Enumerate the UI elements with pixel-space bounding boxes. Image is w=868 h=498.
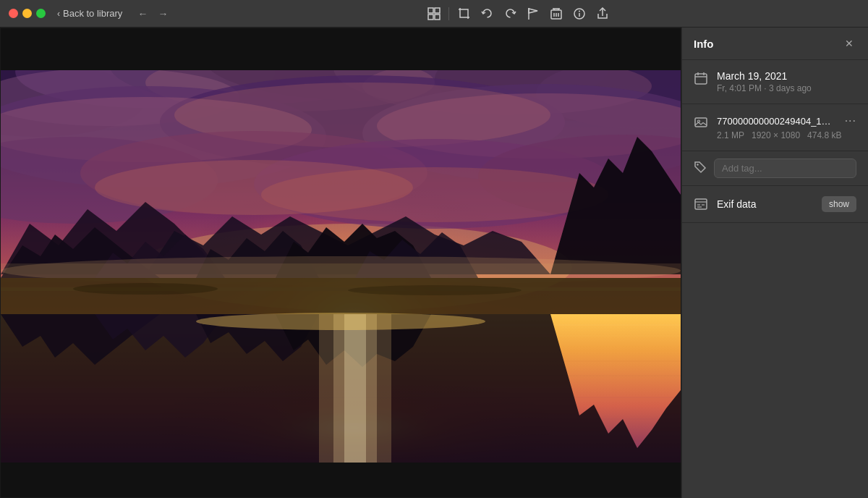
nav-forward-button[interactable]: → [154, 7, 171, 21]
back-to-library-button[interactable]: ‹ Back to library [57, 8, 122, 19]
filename-row: 770000000000249404_1… ··· [717, 114, 856, 127]
svg-rect-79 [695, 74, 707, 84]
tag-icon [694, 161, 707, 177]
svg-rect-77 [1, 28, 681, 70]
svg-point-84 [698, 120, 700, 122]
calendar-icon [694, 72, 708, 85]
photo-icon [694, 116, 708, 129]
photo-meta: 2.1 MP 1920 × 1080 474.8 kB [717, 130, 856, 140]
info-header: Info ✕ [682, 28, 868, 60]
svg-point-14 [579, 10, 580, 12]
share-button[interactable] [592, 4, 613, 24]
titlebar: ‹ Back to library ← → [0, 0, 868, 28]
back-label: Back to library [63, 8, 122, 19]
more-options-button[interactable]: ··· [845, 114, 856, 127]
svg-rect-2 [428, 14, 433, 20]
filename-content: 770000000000249404_1… ··· 2.1 MP 1920 × … [717, 114, 856, 140]
zoom-button[interactable] [424, 4, 444, 24]
date-content: March 19, 2021 Fr, 4:01 PM · 3 days ago [717, 70, 856, 93]
exif-section: Exif data show [682, 186, 868, 223]
exif-label: Exif data [717, 198, 813, 210]
svg-rect-78 [1, 463, 681, 497]
svg-point-76 [196, 313, 485, 330]
date-sub: Fr, 4:01 PM · 3 days ago [717, 83, 856, 93]
svg-rect-0 [428, 8, 433, 13]
info-button[interactable] [569, 4, 590, 24]
toolbar [177, 4, 859, 24]
svg-point-54 [73, 283, 218, 295]
svg-rect-52 [1, 278, 681, 314]
info-date-section: March 19, 2021 Fr, 4:01 PM · 3 days ago [682, 60, 868, 104]
svg-rect-1 [435, 8, 440, 13]
filename-text: 770000000000249404_1… [717, 116, 831, 127]
info-filename-section: 770000000000249404_1… ··· 2.1 MP 1920 × … [682, 104, 868, 151]
traffic-lights [9, 9, 46, 18]
exif-show-button[interactable]: show [822, 196, 856, 212]
nav-arrows: ← → [134, 7, 171, 21]
svg-point-85 [697, 164, 698, 165]
delete-button[interactable] [546, 4, 566, 24]
resolution: 1920 × 1080 [752, 130, 800, 140]
rotate-ccw-button[interactable] [477, 4, 497, 24]
info-close-button[interactable]: ✕ [842, 36, 856, 51]
content-area: Info ✕ March 19, 2021 Fr, 4:01 PM · 3 da… [0, 28, 868, 498]
svg-point-41 [261, 167, 608, 222]
date-main: March 19, 2021 [717, 70, 856, 82]
tag-section [682, 151, 868, 186]
toolbar-divider-1 [448, 7, 449, 20]
svg-point-55 [348, 285, 522, 295]
crop-button[interactable] [454, 4, 474, 24]
svg-rect-86 [695, 199, 707, 209]
info-panel-title: Info [694, 38, 714, 50]
photo-canvas [1, 28, 681, 497]
flag-button[interactable] [523, 4, 543, 24]
back-chevron-icon: ‹ [57, 9, 60, 19]
minimize-traffic-light[interactable] [22, 9, 32, 18]
fullscreen-traffic-light[interactable] [36, 9, 46, 18]
info-panel: Info ✕ March 19, 2021 Fr, 4:01 PM · 3 da… [681, 28, 868, 498]
exif-icon [694, 198, 708, 211]
megapixels: 2.1 MP [717, 130, 744, 140]
image-viewer[interactable] [0, 28, 681, 498]
nav-back-button[interactable]: ← [134, 7, 151, 21]
close-traffic-light[interactable] [9, 9, 18, 18]
file-size: 474.8 kB [807, 130, 841, 140]
tag-input[interactable] [714, 159, 856, 178]
svg-rect-3 [435, 14, 440, 20]
svg-rect-83 [695, 118, 707, 127]
rotate-cw-button[interactable] [500, 4, 520, 24]
